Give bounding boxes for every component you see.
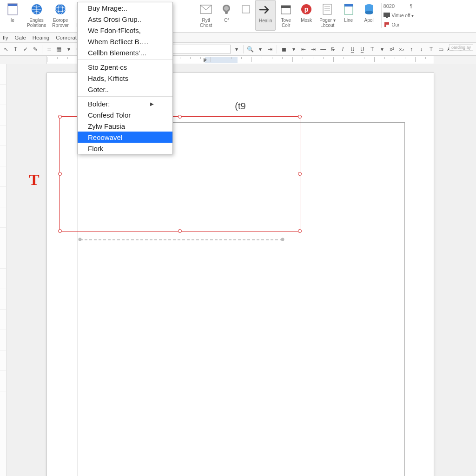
- tool-fill-icon[interactable]: ◼: [280, 45, 288, 54]
- tool-t2-icon[interactable]: T: [427, 45, 435, 54]
- ribbon-btn-cf[interactable]: Cf: [216, 0, 237, 31]
- globe-icon: [30, 3, 43, 16]
- svg-point-10: [224, 6, 229, 11]
- handle-n[interactable]: [178, 115, 182, 119]
- tool-outdent-icon[interactable]: ⇤: [300, 45, 308, 54]
- tool-strike-icon[interactable]: S̶: [329, 45, 337, 54]
- tool-down2-icon[interactable]: ↓: [417, 45, 425, 54]
- subtab-gale[interactable]: Gale: [15, 35, 26, 40]
- tool-cursor-icon[interactable]: ↖: [2, 45, 10, 54]
- subtab-conrerat[interactable]: Conrerat: [56, 35, 77, 40]
- screen-icon: [383, 12, 390, 19]
- ribbon-btn-rytl[interactable]: Rytl Chost: [196, 0, 216, 31]
- tool-up-icon[interactable]: ↑: [408, 45, 416, 54]
- ribbon-label: Eorope: [53, 18, 68, 23]
- svg-rect-22: [344, 4, 353, 7]
- ribbon-btn-box[interactable]: [237, 0, 255, 31]
- chevron-right-icon: ▶: [150, 101, 154, 106]
- menu-item[interactable]: We Fdon‑fFlcofs,: [78, 25, 172, 36]
- ribbon-label: Rytl: [202, 18, 210, 23]
- ribbon-btn-le[interactable]: le: [1, 0, 24, 31]
- tool-dd2-icon[interactable]: ▾: [378, 45, 386, 54]
- side-top-value: 8020: [383, 3, 395, 9]
- virtue-toggle[interactable]: Virtue off ▾: [383, 11, 414, 20]
- ribbon-btn-engles[interactable]: Engles Polations: [24, 0, 49, 31]
- tool-indent2-icon[interactable]: ⇥: [310, 45, 317, 54]
- handle-ne[interactable]: [298, 115, 302, 119]
- our-toggle[interactable]: Our: [383, 20, 414, 29]
- text-tool-glyph: T: [29, 171, 40, 189]
- menu-item[interactable]: Hads, Kifficts: [78, 73, 172, 84]
- tool-list-icon[interactable]: ≣: [45, 45, 53, 54]
- ribbon-btn-eorope[interactable]: Eorope Rprover: [49, 0, 72, 31]
- separator: [42, 45, 42, 53]
- menu-item[interactable]: Sto Zpent·cs: [78, 61, 172, 73]
- status-badge: oarding ay: [449, 44, 473, 51]
- handle-se[interactable]: [298, 229, 302, 233]
- ribbon-btn-poger[interactable]: Poger ▾ Lbcout: [317, 0, 338, 31]
- handle-s[interactable]: [178, 229, 182, 233]
- tool-drop-icon[interactable]: ▾: [65, 45, 73, 54]
- handle-e[interactable]: [298, 172, 302, 176]
- menu-item[interactable]: Goter..: [78, 84, 172, 95]
- square-icon: [239, 3, 252, 16]
- tool-paint-icon[interactable]: ✎: [31, 45, 39, 54]
- subtab-heaing[interactable]: Heaing: [33, 35, 49, 40]
- svg-point-3: [55, 4, 66, 14]
- handle-w[interactable]: [58, 172, 62, 176]
- vertical-toolstrip[interactable]: [0, 64, 7, 476]
- handle-nw[interactable]: [58, 115, 62, 119]
- subtab-fly[interactable]: fly: [3, 35, 8, 40]
- ribbon: le Engles Polations Eorope Rprover Hedle…: [0, 0, 476, 33]
- flag-mini-icon: [383, 21, 390, 28]
- indent-marker[interactable]: P: [203, 57, 206, 64]
- menu-item[interactable]: Whem Befliect B….: [78, 36, 172, 47]
- separator: [381, 3, 382, 28]
- tool-down-icon[interactable]: ▾: [256, 45, 264, 54]
- svg-rect-27: [386, 17, 388, 18]
- menu-item[interactable]: Flork: [78, 143, 172, 154]
- ribbon-btn-apol[interactable]: Apol: [359, 0, 379, 31]
- tool-u2-icon[interactable]: U̲: [358, 45, 366, 54]
- tool-check-icon[interactable]: ✓: [21, 45, 29, 54]
- ribbon-btn-tove[interactable]: Tove Colr: [276, 0, 296, 31]
- menu-item[interactable]: Confesd Tolor: [78, 109, 172, 120]
- wrap-boundary: [80, 239, 283, 240]
- tool-italic-icon[interactable]: I: [339, 45, 347, 54]
- ribbon-label: Tove: [281, 18, 291, 23]
- ribbon-btn-mosk[interactable]: p Mosk: [296, 0, 317, 31]
- menu-item[interactable]: Cellbn Blements'…: [78, 47, 172, 58]
- menu-item[interactable]: Asts Orosi Grup..: [78, 13, 172, 25]
- ribbon-label: Mosk: [301, 18, 312, 23]
- font-drop-icon[interactable]: ▾: [232, 45, 240, 54]
- ribbon-label: Line: [344, 18, 353, 23]
- ribbon-btn-line[interactable]: Line: [338, 0, 359, 31]
- tool-search-icon[interactable]: 🔍: [246, 45, 254, 54]
- separator: [243, 45, 244, 53]
- menu-separator: [78, 60, 172, 60]
- tool-text-icon[interactable]: T: [12, 45, 20, 54]
- menu-item[interactable]: Zylw Fausia: [78, 120, 172, 132]
- tool-line-icon[interactable]: ―: [319, 45, 327, 54]
- tool-dd-icon[interactable]: ▾: [290, 45, 298, 54]
- ribbon-label: Apol: [364, 18, 374, 23]
- tool-under-icon[interactable]: U̲: [349, 45, 357, 54]
- tool-box-icon[interactable]: ▭: [437, 45, 445, 54]
- menu-item[interactable]: Buy Mrage:..: [78, 2, 172, 13]
- tool-text2-icon[interactable]: T: [368, 45, 376, 54]
- page-header: (t9: [235, 101, 245, 112]
- page-blue-icon: [342, 3, 355, 16]
- svg-point-25: [365, 11, 373, 14]
- handle-sw[interactable]: [58, 229, 62, 233]
- tool-sub-icon[interactable]: x₂: [397, 45, 405, 54]
- pilcrow-icon[interactable]: ¶: [408, 3, 414, 9]
- menu-item-highlighted[interactable]: Reoowavel: [78, 132, 172, 143]
- menu-item-submenu[interactable]: Bolder:▶: [78, 98, 172, 109]
- our-label: Our: [392, 22, 400, 27]
- tool-image-icon[interactable]: ▦: [55, 45, 63, 54]
- svg-rect-1: [8, 4, 17, 6]
- tool-sup-icon[interactable]: x²: [388, 45, 396, 54]
- ribbon-btn-healin[interactable]: Healin: [255, 0, 276, 31]
- wrap-dot-right: [281, 238, 284, 241]
- tool-indent-icon[interactable]: ⇥: [266, 45, 274, 54]
